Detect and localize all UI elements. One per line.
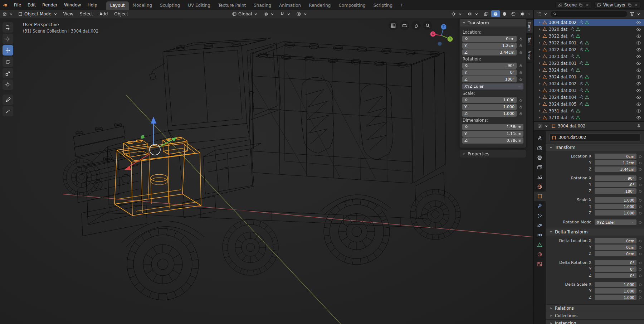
object-name[interactable]: 3004.dat.002 <box>548 20 576 25</box>
gizmo-center-circle[interactable] <box>150 144 160 155</box>
collapsed-section-header[interactable]: Relations <box>546 304 644 312</box>
object-name[interactable]: 3023.dat <box>548 54 567 59</box>
disclosure-triangle-icon[interactable] <box>538 48 541 51</box>
viewport-menu-item[interactable]: View <box>60 9 77 19</box>
disclosure-triangle-icon[interactable] <box>538 28 541 31</box>
gizmo-z-arrow[interactable] <box>151 117 156 124</box>
value-field[interactable]: -90° <box>595 175 636 181</box>
animate-decorator-button[interactable] <box>638 295 643 300</box>
viewport-3d[interactable]: User Perspective (31) Scene Collection |… <box>0 18 533 324</box>
animate-decorator-button[interactable] <box>638 154 643 159</box>
outliner-item[interactable]: 3022.dat.001 <box>534 39 644 46</box>
visibility-eye-icon[interactable] <box>636 20 641 25</box>
animate-decorator-button[interactable] <box>638 282 643 287</box>
workspace-tab[interactable]: Texture Paint <box>214 1 250 10</box>
show-gizmo-dropdown[interactable] <box>449 11 465 17</box>
lock-icon[interactable] <box>518 36 523 42</box>
object-name[interactable]: 3031.dat <box>548 108 567 113</box>
viewport-gadget-button[interactable] <box>389 21 398 30</box>
navigation-gizmo[interactable]: X Y Z <box>429 22 456 49</box>
workspace-tab[interactable]: Animation <box>275 1 305 10</box>
properties-tab[interactable] <box>534 221 546 230</box>
lock-icon[interactable] <box>518 50 523 55</box>
editor-type-button[interactable] <box>0 11 16 17</box>
object-name[interactable]: 3023.dat.001 <box>548 61 576 66</box>
menu-item[interactable]: File <box>11 0 24 10</box>
disclosure-triangle-icon[interactable] <box>538 82 541 85</box>
object-name[interactable]: 3024.dat.002 <box>548 81 576 86</box>
object-name[interactable]: 3024.dat.003 <box>548 88 576 93</box>
visibility-eye-icon[interactable] <box>636 88 641 93</box>
properties-collapsed-panel[interactable]: Properties <box>459 150 526 158</box>
animate-decorator-button[interactable] <box>638 273 643 278</box>
value-field[interactable]: 0cm <box>595 154 636 159</box>
value-field[interactable]: 3.44cm <box>595 166 636 172</box>
disclosure-triangle-icon[interactable] <box>538 55 541 58</box>
selected-brick-3004[interactable] <box>114 137 201 216</box>
axis-negz-ball[interactable] <box>438 42 442 46</box>
outliner-item[interactable]: 3022.dat.002 <box>534 46 644 53</box>
outliner-item[interactable]: 3004.dat.002 <box>534 19 644 26</box>
properties-tab[interactable] <box>534 153 546 163</box>
dimension-field[interactable]: Y:1.11cm <box>462 131 523 137</box>
viewport-menu-item[interactable]: Add <box>96 9 111 19</box>
viewport-gadget-button[interactable] <box>411 21 421 30</box>
toolbar-tool-button[interactable] <box>3 34 13 44</box>
new-scene-icon[interactable] <box>579 3 583 7</box>
dimension-field[interactable]: X:1.58cm <box>462 124 523 130</box>
rotation-field[interactable]: X:-90° <box>462 63 517 69</box>
outliner-item[interactable]: 3024.dat.004 <box>534 94 644 101</box>
menu-item[interactable]: Render <box>39 0 61 10</box>
visibility-eye-icon[interactable] <box>636 27 641 32</box>
value-field[interactable]: 180° <box>595 188 636 194</box>
disclosure-triangle-icon[interactable] <box>538 116 541 119</box>
value-field[interactable]: -0° <box>595 182 636 187</box>
object-name[interactable]: 3024.dat.005 <box>548 102 576 107</box>
outliner-item[interactable]: 3023.dat.001 <box>534 60 644 67</box>
toolbar-tool-button[interactable] <box>3 22 13 33</box>
value-field[interactable]: 0° <box>595 273 636 278</box>
workspace-tab[interactable]: UV Editing <box>184 1 214 10</box>
properties-tab[interactable] <box>534 134 546 143</box>
animate-decorator-button[interactable] <box>638 211 643 216</box>
shading-mode-button[interactable] <box>500 10 509 17</box>
animate-decorator-button[interactable] <box>638 167 643 172</box>
toolbar-tool-button[interactable] <box>3 106 13 116</box>
animate-decorator-button[interactable] <box>638 238 643 243</box>
properties-tab[interactable] <box>534 172 546 182</box>
properties-editor-type-button[interactable] <box>537 123 550 129</box>
outliner-item[interactable]: 3024.dat.005 <box>534 101 644 107</box>
properties-tab[interactable] <box>534 163 546 172</box>
disclosure-triangle-icon[interactable] <box>538 62 541 65</box>
transform-section-header[interactable]: Transform <box>546 144 644 151</box>
visibility-eye-icon[interactable] <box>636 102 641 107</box>
new-view-layer-icon[interactable] <box>628 3 632 7</box>
show-overlays-dropdown[interactable] <box>465 11 481 17</box>
outliner-item[interactable]: 3024.dat.002 <box>534 80 644 87</box>
transform-orientation-dropdown[interactable]: Global <box>230 11 260 17</box>
properties-tab[interactable] <box>534 250 546 259</box>
outliner-item[interactable]: 3710.dat <box>534 114 644 121</box>
workspace-tab[interactable]: Rendering <box>305 1 335 10</box>
rotation-field[interactable]: Y:-0° <box>462 69 517 76</box>
viewport-menu-item[interactable]: Object <box>111 9 131 19</box>
menu-item[interactable]: Help <box>84 0 100 10</box>
visibility-eye-icon[interactable] <box>636 115 641 120</box>
outliner-item[interactable]: 3022.dat <box>534 33 644 39</box>
outliner-filter-button[interactable] <box>629 11 642 17</box>
visibility-eye-icon[interactable] <box>636 68 641 73</box>
object-name[interactable]: 3022.dat.001 <box>548 40 576 45</box>
visibility-eye-icon[interactable] <box>636 40 641 45</box>
disclosure-triangle-icon[interactable] <box>538 34 541 38</box>
pivot-point-dropdown[interactable] <box>261 11 277 17</box>
sidebar-tab[interactable]: Tool <box>526 34 533 47</box>
disclosure-triangle-icon[interactable] <box>538 21 541 24</box>
animate-decorator-button[interactable] <box>638 289 643 294</box>
disclosure-triangle-icon[interactable] <box>538 68 541 72</box>
properties-tab[interactable] <box>534 211 546 221</box>
visibility-eye-icon[interactable] <box>636 108 641 113</box>
animate-decorator-button[interactable] <box>638 189 643 194</box>
dimension-field[interactable]: Z:0.78cm <box>462 137 523 144</box>
toolbar-tool-button[interactable] <box>3 57 13 67</box>
remove-view-layer-icon[interactable] <box>634 3 638 7</box>
